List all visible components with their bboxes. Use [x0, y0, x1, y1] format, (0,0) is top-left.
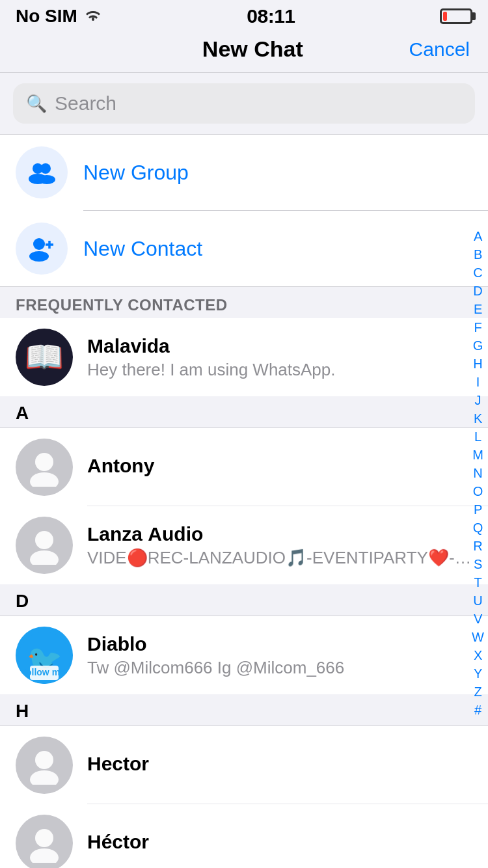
alpha-p[interactable]: P: [474, 501, 482, 518]
alpha-o[interactable]: O: [473, 483, 483, 500]
svg-point-5: [33, 238, 45, 250]
antony-name: Antony: [87, 455, 472, 477]
svg-point-18: [30, 770, 59, 785]
alpha-s[interactable]: S: [474, 556, 482, 573]
diablo-avatar: 🐦 Follow me!: [16, 627, 73, 684]
alpha-q[interactable]: Q: [473, 519, 483, 536]
section-d-list: 🐦 Follow me! Diablo Tw @Milcom666 Ig @Mi…: [0, 616, 488, 694]
alpha-h[interactable]: H: [473, 355, 482, 372]
battery-icon: [440, 8, 472, 24]
svg-point-10: [30, 472, 59, 487]
alpha-u[interactable]: U: [473, 592, 482, 609]
lanza-audio-info: Lanza Audio VIDE🔴REC-LANZAUDIO🎵-EVENTIPA…: [87, 523, 472, 568]
alpha-v[interactable]: V: [474, 610, 482, 627]
search-container: 🔍 Search: [0, 73, 488, 134]
alpha-c[interactable]: C: [473, 264, 482, 281]
new-contact-label: New Contact: [83, 237, 202, 261]
diablo-name: Diablo: [87, 633, 472, 655]
new-group-button[interactable]: New Group: [0, 135, 488, 210]
search-icon: 🔍: [26, 94, 47, 114]
section-a-list: Antony Lanza Audio VIDE🔴REC-LANZAUDIO🎵-E…: [0, 428, 488, 584]
alpha-y[interactable]: Y: [474, 665, 482, 682]
lanza-audio-status: VIDE🔴REC-LANZAUDIO🎵-EVENTIPARTY❤️-…: [87, 548, 472, 568]
frequently-contacted-list: 📖 Malavida Hey there! I am using WhatsAp…: [0, 318, 488, 396]
wifi-icon: [84, 6, 102, 27]
svg-point-0: [92, 18, 94, 21]
hector-avatar: [16, 737, 73, 794]
search-bar[interactable]: 🔍 Search: [13, 83, 475, 124]
alpha-i[interactable]: I: [476, 373, 480, 390]
alpha-b[interactable]: B: [474, 246, 482, 263]
nav-header: New Chat Cancel: [0, 29, 488, 73]
status-right: [440, 8, 472, 24]
malavida-info: Malavida Hey there! I am using WhatsApp.: [87, 335, 472, 380]
svg-point-17: [35, 751, 53, 769]
malavida-name: Malavida: [87, 335, 472, 357]
svg-point-6: [29, 251, 49, 262]
malavida-avatar: 📖: [16, 329, 73, 386]
contact-hector[interactable]: Hector: [0, 726, 488, 804]
status-left: No SIM: [16, 6, 102, 27]
alpha-d[interactable]: D: [473, 282, 482, 299]
section-header-h: H: [0, 694, 488, 726]
diablo-info: Diablo Tw @Milcom666 Ig @Milcom_666: [87, 633, 472, 678]
alpha-a[interactable]: A: [474, 228, 482, 245]
alpha-l[interactable]: L: [474, 428, 481, 445]
carrier-label: No SIM: [16, 6, 77, 27]
hector2-avatar: [16, 815, 73, 868]
new-contact-button[interactable]: New Contact: [0, 211, 488, 286]
alpha-n[interactable]: N: [473, 465, 482, 481]
svg-text:Follow me!: Follow me!: [20, 667, 68, 677]
battery-fill: [443, 12, 447, 21]
alpha-z[interactable]: Z: [474, 683, 481, 700]
alpha-e[interactable]: E: [474, 301, 482, 318]
alpha-x[interactable]: X: [474, 647, 482, 664]
alpha-m[interactable]: M: [472, 446, 483, 463]
svg-point-9: [35, 453, 53, 471]
alpha-f[interactable]: F: [474, 319, 481, 336]
svg-point-2: [40, 163, 51, 174]
new-group-label: New Group: [83, 161, 189, 185]
cancel-button[interactable]: Cancel: [409, 38, 470, 61]
hector-name: Hector: [87, 753, 472, 775]
contact-antony[interactable]: Antony: [0, 428, 488, 506]
section-h-list: Hector Héctor: [0, 726, 488, 868]
alpha-j[interactable]: J: [475, 392, 481, 409]
hector2-info: Héctor: [87, 831, 472, 856]
diablo-status: Tw @Milcom666 Ig @Milcom_666: [87, 658, 472, 678]
frequently-contacted-header: FREQUENTLY CONTACTED: [0, 287, 488, 318]
alpha-g[interactable]: G: [473, 337, 483, 354]
svg-point-12: [30, 550, 59, 565]
hector-info: Hector: [87, 753, 472, 778]
new-group-icon: [16, 146, 68, 198]
antony-avatar: [16, 439, 73, 496]
svg-point-11: [35, 531, 53, 549]
alpha-k[interactable]: K: [474, 410, 482, 427]
search-input[interactable]: Search: [55, 92, 116, 115]
status-time: 08:11: [247, 5, 295, 27]
lanza-audio-avatar: [16, 517, 73, 574]
contact-malavida[interactable]: 📖 Malavida Hey there! I am using WhatsAp…: [0, 318, 488, 396]
contact-hector2[interactable]: Héctor: [0, 804, 488, 868]
status-bar: No SIM 08:11: [0, 0, 488, 29]
alpha-r[interactable]: R: [473, 537, 482, 554]
alpha-t[interactable]: T: [474, 574, 481, 591]
new-contact-icon: [16, 223, 68, 275]
antony-info: Antony: [87, 455, 472, 480]
section-header-d: D: [0, 584, 488, 616]
hector2-name: Héctor: [87, 831, 472, 853]
lanza-audio-name: Lanza Audio: [87, 523, 472, 545]
page-title: New Chat: [202, 36, 303, 62]
alpha-w[interactable]: W: [472, 629, 484, 645]
alpha-index: A B C D E F G H I J K L M N O P Q R S T …: [472, 228, 484, 718]
svg-point-20: [30, 848, 59, 863]
malavida-status: Hey there! I am using WhatsApp.: [87, 360, 472, 380]
contact-diablo[interactable]: 🐦 Follow me! Diablo Tw @Milcom666 Ig @Mi…: [0, 616, 488, 694]
svg-point-19: [35, 829, 53, 847]
contact-lanza-audio[interactable]: Lanza Audio VIDE🔴REC-LANZAUDIO🎵-EVENTIPA…: [0, 506, 488, 584]
action-list: New Group New Contact: [0, 135, 488, 286]
svg-point-4: [38, 175, 55, 184]
section-header-a: A: [0, 396, 488, 428]
alpha-hash[interactable]: #: [474, 701, 481, 718]
